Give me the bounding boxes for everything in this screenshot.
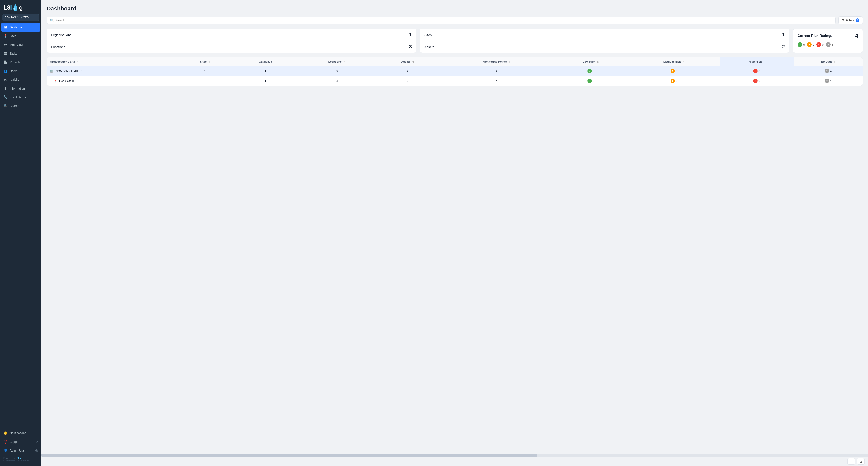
col-org-site[interactable]: Organisation / Site ⇅ xyxy=(47,57,177,66)
col-no-data[interactable]: No Data ⇅ xyxy=(794,57,863,66)
sidebar-item-map-view[interactable]: 🗺 Map View xyxy=(0,40,41,49)
col-low-risk[interactable]: Low Risk ⇅ xyxy=(553,57,628,66)
high-risk-icon-0: ✕ xyxy=(753,69,757,73)
cell-gateways-1: 1 xyxy=(233,76,298,86)
search-bar[interactable]: 🔍 xyxy=(47,17,836,24)
sidebar-item-information[interactable]: ℹ Information xyxy=(0,84,41,93)
medium-risk-icon-1: ! xyxy=(671,79,675,83)
main-content: Dashboard 🔍 Filters 1 Organisations xyxy=(41,0,868,466)
medium-risk-badge-0: ! 0 xyxy=(671,69,677,73)
sidebar-item-admin-user[interactable]: 👤 Admin User ⏻ xyxy=(0,446,41,455)
col-high-risk[interactable]: High Risk ↑ xyxy=(720,57,794,66)
table-header-row: Organisation / Site ⇅ Sites ⇅ Gateways L… xyxy=(47,57,863,66)
information-icon: ℹ xyxy=(3,86,7,90)
sort-icon-medium-risk: ⇅ xyxy=(683,60,684,63)
sidebar-item-label: Tasks xyxy=(9,52,18,55)
table-row: 📍 Head Office 1 3 2 4 ✓ 0 xyxy=(47,76,863,86)
expand-button[interactable]: ⛶ xyxy=(847,458,855,465)
col-sites[interactable]: Sites ⇅ xyxy=(177,57,233,66)
sidebar-item-label: Notifications xyxy=(9,431,26,435)
sidebar-item-label: Dashboard xyxy=(9,26,25,29)
collapse-button[interactable]: ⊡ xyxy=(857,458,865,465)
no-data-badge-0: ? 4 xyxy=(825,69,832,73)
low-risk-badge-0: ✓ 0 xyxy=(587,69,594,73)
cell-high-risk-1: ✕ 0 xyxy=(720,76,794,86)
cell-low-risk-0: ✓ 0 xyxy=(553,66,628,76)
sort-icon-assets: ⇅ xyxy=(412,60,414,63)
svg-rect-2 xyxy=(4,54,7,55)
activity-icon: ◷ xyxy=(3,78,7,82)
sort-icon-low-risk: ⇅ xyxy=(597,60,599,63)
organisations-stat: Organisations 1 xyxy=(47,29,416,41)
no-data-icon-1: ? xyxy=(825,79,829,83)
main-inner: Dashboard 🔍 Filters 1 Organisations xyxy=(41,0,868,454)
power-icon: ⏻ xyxy=(35,449,38,452)
cell-site-name: 📍 Head Office xyxy=(47,76,177,86)
stats-card-left: Organisations 1 Locations 3 xyxy=(47,29,416,53)
medium-risk-badge-1: ! 0 xyxy=(671,79,677,83)
cell-monitoring-0: 4 xyxy=(440,66,553,76)
sidebar-item-label: Map View xyxy=(9,43,23,47)
sidebar-item-search[interactable]: 🔍 Search xyxy=(0,101,41,110)
low-risk-icon-0: ✓ xyxy=(587,69,592,73)
col-locations[interactable]: Locations ⇅ xyxy=(298,57,375,66)
company-dropdown[interactable]: COMPANY LIMITED xyxy=(2,14,39,21)
low-risk-icon-1: ✓ xyxy=(587,79,592,83)
svg-rect-1 xyxy=(4,54,7,54)
cell-medium-risk-1: ! 0 xyxy=(628,76,720,86)
org-icon: 🏢 xyxy=(50,69,54,73)
support-icon: ❓ xyxy=(3,440,7,444)
col-monitoring-points[interactable]: Monitoring Points ⇅ xyxy=(440,57,553,66)
map-icon: 🗺 xyxy=(3,43,7,47)
bottom-toolbar: ⛶ ⊡ xyxy=(41,457,868,466)
sort-icon-sites: ⇅ xyxy=(208,60,210,63)
search-bar-area: 🔍 Filters 1 xyxy=(47,17,863,24)
high-risk-badge-0: ✕ 0 xyxy=(753,69,760,73)
company-selector[interactable]: COMPANY LIMITED xyxy=(2,14,39,21)
sort-icon-org-site: ⇅ xyxy=(76,60,79,63)
sidebar-item-activity[interactable]: ◷ Activity xyxy=(0,75,41,84)
cell-sites-1 xyxy=(177,76,233,86)
horizontal-scrollbar[interactable] xyxy=(41,454,868,457)
sidebar-item-tasks[interactable]: Tasks xyxy=(0,49,41,58)
logo-accent: l xyxy=(10,4,12,11)
table-row: 🏢 COMPANY LIMITED 1 1 3 2 4 ✓ 0 xyxy=(47,66,863,76)
col-assets[interactable]: Assets ⇅ xyxy=(376,57,440,66)
sites-icon: 📍 xyxy=(3,34,7,38)
filter-icon xyxy=(842,19,845,22)
search-input[interactable] xyxy=(55,19,832,22)
sidebar-item-installations[interactable]: 🔧 Installations xyxy=(0,93,41,101)
col-gateways[interactable]: Gateways xyxy=(233,57,298,66)
sidebar-item-support[interactable]: ❓ Support ↗ xyxy=(0,437,41,446)
sidebar-item-label: Users xyxy=(9,69,18,73)
sort-icon-monitoring: ⇅ xyxy=(508,60,510,63)
cell-sites-0: 1 xyxy=(177,66,233,76)
stats-row: Organisations 1 Locations 3 Sites 1 xyxy=(47,29,863,53)
filters-button[interactable]: Filters 1 xyxy=(838,17,863,24)
notifications-icon: 🔔 xyxy=(3,431,7,435)
external-link-icon: ↗ xyxy=(36,440,38,443)
sidebar-item-users[interactable]: 👥 Users xyxy=(0,67,41,75)
risk-ratings-card: Current Risk Ratings 4 ✓ 0 ! 0 xyxy=(793,29,863,53)
sidebar: L8l💧g COMPANY LIMITED ⊞ Dashboard 📍 Site… xyxy=(0,0,41,466)
sidebar-item-sites[interactable]: 📍 Sites xyxy=(0,32,41,40)
installations-icon: 🔧 xyxy=(3,95,7,99)
sidebar-item-dashboard[interactable]: ⊞ Dashboard xyxy=(1,23,40,32)
col-medium-risk[interactable]: Medium Risk ⇅ xyxy=(628,57,720,66)
sort-icon-no-data: ⇅ xyxy=(833,60,835,63)
cell-assets-0: 2 xyxy=(376,66,440,76)
cell-no-data-1: ? 4 xyxy=(794,76,863,86)
tasks-icon xyxy=(3,52,7,55)
risk-badge-medium: ! 0 xyxy=(807,42,814,47)
search-bar-icon: 🔍 xyxy=(50,19,54,22)
powered-by-text: Powered by L8log xyxy=(3,457,38,460)
sidebar-item-label: Admin User xyxy=(9,449,26,452)
sort-icon-high-risk: ↑ xyxy=(764,60,765,63)
sidebar-item-label: Sites xyxy=(9,34,17,38)
nav-items: ⊞ Dashboard 📍 Sites 🗺 Map View Tasks Rep… xyxy=(0,23,41,426)
reports-icon xyxy=(3,60,7,64)
sidebar-item-reports[interactable]: Reports xyxy=(0,58,41,67)
sidebar-item-notifications[interactable]: 🔔 Notifications xyxy=(0,429,41,437)
sidebar-item-label: Reports xyxy=(9,60,20,64)
medium-risk-circle: ! xyxy=(807,42,812,47)
